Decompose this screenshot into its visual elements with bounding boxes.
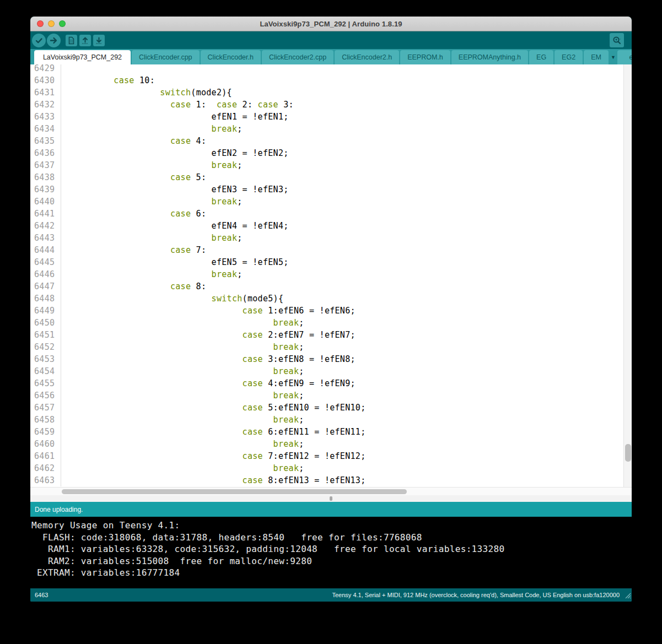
resize-grip[interactable] bbox=[623, 591, 631, 601]
verify-button[interactable] bbox=[32, 34, 46, 47]
titlebar: LaVoixski9p73_PCM_292 | Arduino 1.8.19 bbox=[30, 17, 632, 31]
tab-partial[interactable]: elect bbox=[617, 50, 632, 64]
arrow-up-tray-icon bbox=[81, 36, 89, 45]
arduino-ide-window: LaVoixski9p73_PCM_292 | Arduino 1.8.19 L… bbox=[30, 17, 632, 602]
document-icon bbox=[67, 36, 76, 45]
save-button[interactable] bbox=[93, 35, 105, 46]
tab-ClickEncoder2.cpp[interactable]: ClickEncoder2.cpp bbox=[262, 50, 333, 64]
arrow-right-icon bbox=[49, 36, 58, 45]
vertical-scrollbar[interactable] bbox=[623, 64, 632, 487]
arrow-down-tray-icon bbox=[95, 36, 103, 45]
magnifier-icon bbox=[612, 35, 622, 45]
traffic-lights bbox=[37, 20, 66, 27]
zoom-button[interactable] bbox=[59, 20, 66, 27]
tab-overflow-dropdown-icon[interactable]: ▼ bbox=[611, 55, 616, 60]
console-output: Memory Usage on Teensy 4.1: FLASH: code:… bbox=[30, 517, 632, 588]
board-info: Teensy 4.1, Serial + MIDI, 912 MHz (over… bbox=[332, 592, 620, 598]
tab-strip: LaVoixski9p73_PCM_292ClickEncoder.cppCli… bbox=[30, 49, 632, 64]
code-text[interactable]: case 10: switch(mode2){ case 1: case 2: … bbox=[61, 64, 623, 486]
vertical-scrollbar-thumb[interactable] bbox=[625, 444, 631, 462]
horizontal-scrollbar-thumb[interactable] bbox=[62, 489, 407, 494]
new-sketch-button[interactable] bbox=[66, 35, 77, 46]
tab-EEPROMAnything.h[interactable]: EEPROMAnything.h bbox=[451, 50, 528, 64]
console-text: Memory Usage on Teensy 4.1: FLASH: code:… bbox=[31, 519, 632, 579]
splitter-handle[interactable] bbox=[330, 496, 332, 501]
tab-EG2[interactable]: EG2 bbox=[555, 50, 583, 64]
editor-console-splitter[interactable] bbox=[30, 495, 632, 502]
status-message: Done uploading. bbox=[35, 506, 83, 513]
current-line-indicator: 6463 bbox=[35, 592, 48, 598]
status-message-bar: Done uploading. bbox=[30, 502, 632, 517]
tab-ClickEncoder.h[interactable]: ClickEncoder.h bbox=[201, 50, 261, 64]
toolbar bbox=[30, 31, 632, 49]
close-button[interactable] bbox=[37, 20, 44, 27]
tab-EG[interactable]: EG bbox=[529, 50, 553, 64]
tab-ClickEncoder2.h[interactable]: ClickEncoder2.h bbox=[335, 50, 399, 64]
tab-EEPROM.h[interactable]: EEPROM.h bbox=[400, 50, 450, 64]
serial-monitor-button[interactable] bbox=[610, 33, 624, 47]
tab-LaVoixski9p73_PCM_292[interactable]: LaVoixski9p73_PCM_292 bbox=[34, 50, 131, 64]
upload-button[interactable] bbox=[47, 34, 61, 47]
window-title: LaVoixski9p73_PCM_292 | Arduino 1.8.19 bbox=[260, 20, 402, 28]
tab-EM[interactable]: EM bbox=[584, 50, 609, 64]
bottom-statusbar: 6463 Teensy 4.1, Serial + MIDI, 912 MHz … bbox=[30, 588, 632, 602]
minimize-button[interactable] bbox=[48, 20, 55, 27]
code-editor[interactable]: 6429 6430 6431 6432 6433 6434 6435 6436 … bbox=[30, 64, 632, 487]
tab-ClickEncoder.cpp[interactable]: ClickEncoder.cpp bbox=[132, 50, 200, 64]
horizontal-scrollbar[interactable] bbox=[30, 487, 632, 495]
line-number-gutter: 6429 6430 6431 6432 6433 6434 6435 6436 … bbox=[30, 64, 61, 486]
open-button[interactable] bbox=[79, 35, 91, 46]
check-icon bbox=[34, 36, 44, 45]
